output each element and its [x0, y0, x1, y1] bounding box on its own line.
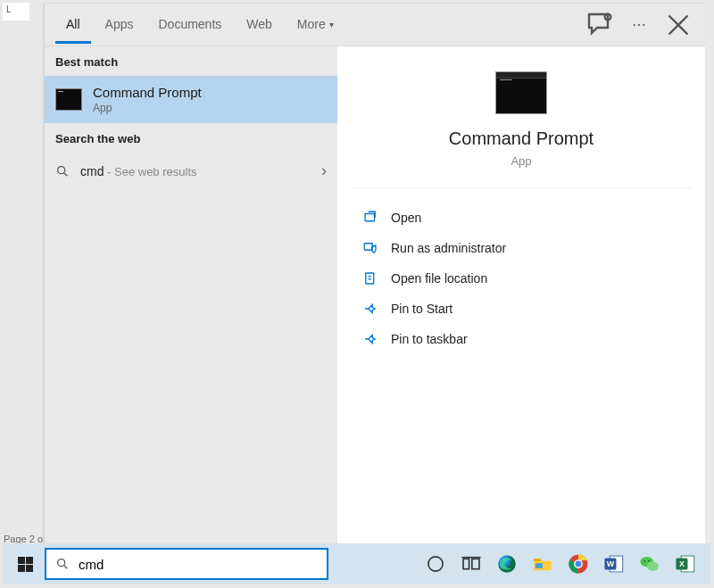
action-run-admin[interactable]: Run as administrator — [345, 233, 698, 263]
taskbar-cortana-icon[interactable] — [419, 548, 452, 580]
best-match-subtitle: App — [93, 102, 202, 114]
tabs-left-group: All Apps Documents Web More ▾ — [55, 5, 345, 44]
svg-text:X: X — [679, 559, 685, 568]
svg-point-5 — [58, 559, 65, 567]
folder-location-icon — [362, 270, 378, 286]
svg-point-13 — [576, 561, 582, 567]
svg-rect-4 — [366, 273, 374, 284]
svg-rect-10 — [536, 563, 543, 568]
result-list: Best match Command Prompt App Search the… — [45, 46, 337, 544]
tab-documents[interactable]: Documents — [147, 5, 232, 44]
tab-more[interactable]: More ▾ — [286, 5, 345, 44]
web-result-query: cmd — [80, 164, 104, 178]
taskbar: W X — [4, 543, 710, 584]
chevron-right-icon: › — [321, 161, 327, 180]
divider — [352, 187, 691, 188]
taskbar-excel-icon[interactable]: X — [669, 548, 702, 580]
tab-more-label: More — [297, 17, 326, 31]
detail-pane: Command Prompt App Open Run as administr… — [337, 46, 705, 544]
background-window-corner: L — [3, 3, 29, 21]
taskbar-task-view-icon[interactable] — [455, 548, 487, 580]
action-pin-start[interactable]: Pin to Start — [345, 294, 698, 324]
tab-web[interactable]: Web — [236, 5, 283, 44]
panel-body: Best match Command Prompt App Search the… — [45, 46, 705, 544]
search-icon — [55, 557, 70, 571]
action-pin-taskbar-label: Pin to taskbar — [391, 332, 468, 346]
web-result-left: cmd - See web results — [55, 163, 197, 179]
detail-subtitle: App — [352, 154, 691, 168]
taskbar-file-explorer-icon[interactable] — [527, 548, 559, 580]
taskbar-chrome-icon[interactable] — [562, 548, 594, 580]
svg-point-1 — [58, 166, 65, 173]
svg-rect-8 — [472, 559, 479, 568]
web-result-hint: - See web results — [104, 165, 196, 178]
command-prompt-icon — [55, 88, 82, 111]
svg-rect-7 — [463, 559, 469, 568]
web-result-item[interactable]: cmd - See web results › — [45, 153, 337, 189]
close-icon[interactable] — [662, 9, 694, 41]
search-input[interactable] — [79, 557, 318, 572]
svg-point-6 — [428, 557, 443, 571]
search-tabs-bar: All Apps Documents Web More ▾ ⋯ — [45, 4, 705, 46]
search-icon — [55, 164, 70, 178]
pin-taskbar-icon — [362, 331, 378, 347]
taskbar-wechat-icon[interactable] — [634, 548, 666, 580]
section-search-web: Search the web — [45, 123, 337, 153]
action-pin-taskbar[interactable]: Pin to taskbar — [345, 324, 698, 354]
best-match-title: Command Prompt — [93, 85, 202, 100]
windows-logo-icon — [17, 557, 32, 572]
start-button[interactable] — [7, 546, 43, 582]
feedback-icon[interactable] — [584, 9, 616, 41]
action-open-loc-label: Open file location — [391, 271, 487, 286]
shield-admin-icon — [362, 240, 378, 256]
web-result-text-wrap: cmd - See web results — [80, 163, 197, 179]
taskbar-edge-icon[interactable] — [491, 548, 523, 580]
tabs-right-group: ⋯ — [584, 9, 694, 41]
detail-actions: Open Run as administrator Open file loca… — [337, 195, 705, 361]
svg-text:W: W — [607, 559, 615, 568]
more-options-icon[interactable]: ⋯ — [623, 9, 655, 41]
svg-point-19 — [643, 560, 645, 562]
action-open-label: Open — [391, 211, 421, 225]
best-match-item[interactable]: Command Prompt App — [45, 76, 337, 123]
pin-start-icon — [362, 301, 378, 317]
taskbar-word-icon[interactable]: W — [598, 548, 630, 580]
taskbar-pinned-apps: W X — [419, 548, 707, 580]
svg-point-18 — [647, 561, 659, 571]
detail-hero: Command Prompt App — [337, 46, 705, 187]
tab-all[interactable]: All — [55, 5, 91, 44]
section-best-match: Best match — [45, 46, 337, 76]
taskbar-search-box[interactable] — [45, 548, 328, 580]
detail-title: Command Prompt — [352, 128, 691, 149]
chevron-down-icon: ▾ — [329, 20, 334, 29]
best-match-text: Command Prompt App — [93, 85, 202, 114]
tab-apps[interactable]: Apps — [95, 5, 145, 44]
action-open-file-location[interactable]: Open file location — [345, 263, 698, 294]
command-prompt-large-icon — [495, 71, 547, 114]
action-run-admin-label: Run as administrator — [391, 241, 506, 255]
action-open[interactable]: Open — [345, 203, 698, 233]
search-results-panel: All Apps Documents Web More ▾ ⋯ Best mat… — [45, 4, 705, 544]
action-pin-start-label: Pin to Start — [391, 302, 452, 316]
svg-point-20 — [648, 560, 650, 562]
svg-rect-2 — [365, 214, 375, 221]
open-icon — [362, 210, 378, 226]
